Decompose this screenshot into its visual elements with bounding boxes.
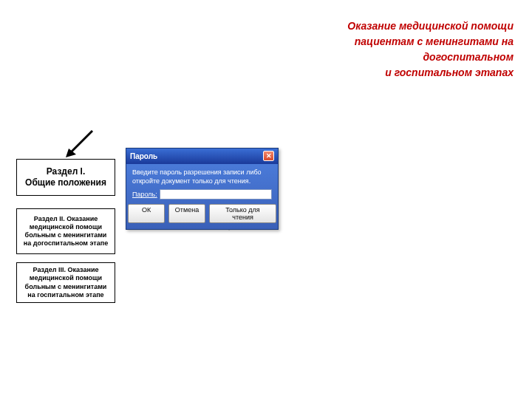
dialog-body: Введите пароль разрешения записи либо от… [126, 164, 278, 229]
section-3-box[interactable]: Раздел III. Оказание медицинской помощи … [16, 262, 115, 303]
password-input[interactable] [160, 189, 272, 200]
svg-line-0 [70, 131, 92, 153]
password-row: Пароль: [132, 189, 272, 200]
title-line-2: пациентам с менингитами на догоспитально… [355, 35, 514, 63]
section-2-label: Раздел II. Оказание медицинской помощи б… [21, 215, 110, 248]
arrow-to-section-1 [63, 129, 100, 160]
section-2-box[interactable]: Раздел II. Оказание медицинской помощи б… [16, 208, 115, 254]
dialog-instruction: Введите пароль разрешения записи либо от… [132, 168, 272, 185]
password-label: Пароль: [132, 191, 157, 198]
section-3-label: Раздел III. Оказание медицинской помощи … [21, 266, 110, 299]
dialog-button-row: ОК Отмена Только для чтения [132, 204, 272, 223]
readonly-button[interactable]: Только для чтения [209, 204, 276, 223]
section-1-box[interactable]: Раздел I. Общие положения [16, 159, 115, 196]
dialog-titlebar: Пароль ✕ [126, 149, 278, 164]
ok-button[interactable]: ОК [128, 204, 165, 223]
title-line-1: Оказание медицинской помощи [347, 20, 514, 32]
section-1-label: Раздел I. Общие положения [25, 166, 106, 188]
password-dialog: Пароль ✕ Введите пароль разрешения запис… [126, 148, 279, 230]
page-title: Оказание медицинской помощи пациентам с … [284, 18, 514, 81]
close-icon[interactable]: ✕ [263, 151, 274, 161]
dialog-title-text: Пароль [130, 152, 157, 160]
title-line-3: и госпитальном этапах [385, 66, 514, 78]
cancel-button[interactable]: Отмена [168, 204, 205, 223]
